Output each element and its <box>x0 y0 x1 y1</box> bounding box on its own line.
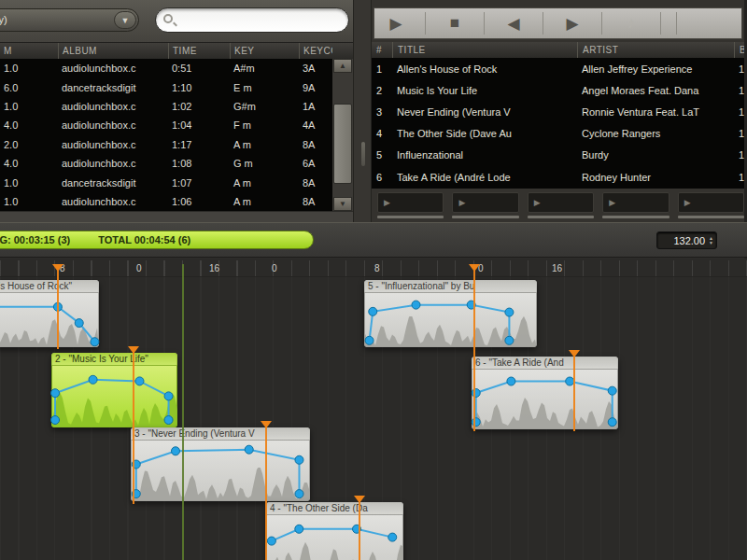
table-row[interactable]: 4.0audiolunchbox.c1:04F m4A <box>0 116 332 134</box>
table-row[interactable]: 6.0dancetracksdigit1:10E m9A <box>0 77 332 96</box>
play-icon[interactable]: ▶ <box>377 192 444 213</box>
toolbar-separator <box>601 12 602 35</box>
table-cell: G m <box>230 158 299 169</box>
ruler-tick-label: 16 <box>209 263 219 273</box>
library-scrollbar[interactable]: ▲ ▼ <box>332 59 353 211</box>
slot-underline <box>452 216 518 218</box>
scroll-up-icon[interactable]: ▲ <box>333 59 352 73</box>
table-cell: 1:04 <box>168 119 230 131</box>
table-cell: 1.0 <box>0 196 58 207</box>
table-cell: audiolunchbox.c <box>58 196 168 207</box>
table-row[interactable]: 1.0audiolunchbox.c1:06A m8A <box>0 192 332 211</box>
table-cell: 1:08 <box>168 158 230 169</box>
playlist-cell: 4 <box>372 128 392 139</box>
library-column-header[interactable]: ALBUM <box>58 43 168 59</box>
slot-underline <box>377 216 444 218</box>
table-row[interactable]: 4.0audiolunchbox.c1:08G m6A <box>0 154 332 173</box>
playlist-row[interactable]: 6Take A Ride (André LodeRodney Hunter1 <box>372 166 744 188</box>
table-cell: 1:10 <box>168 82 230 93</box>
table-row[interactable]: 1.0dancetracksdigit1:07A m8A <box>0 173 332 191</box>
playlist-row[interactable]: 2Music Is Your LifeAngel Moraes Feat. Da… <box>372 79 744 101</box>
table-cell: 4.0 <box>0 119 58 131</box>
play-icon[interactable]: ▶ <box>602 192 669 213</box>
track-block-5[interactable]: 5 - "Influenzational" by Bu <box>364 280 537 347</box>
table-row[interactable]: 2.0audiolunchbox.c1:17A m8A <box>0 135 332 154</box>
chevron-down-icon[interactable]: ▼ <box>114 11 136 29</box>
record-icon[interactable]: ♪ <box>610 14 653 33</box>
search-input[interactable] <box>180 10 341 30</box>
library-column-header[interactable]: TIME <box>168 43 230 59</box>
track-block-1[interactable]: 1 - "Allen's House of Rock" <box>0 280 99 347</box>
table-cell: E m <box>230 82 299 93</box>
play-icon[interactable]: ▶ <box>528 192 594 213</box>
table-cell: 1:17 <box>168 139 230 150</box>
table-cell: 1:06 <box>168 196 230 207</box>
waveform <box>472 396 618 429</box>
timeline-ruler[interactable]: 801608016 <box>0 260 747 277</box>
waveform <box>0 316 99 347</box>
track-block-body: 2 - "Music Is Your Life" <box>51 353 177 427</box>
scroll-down-icon[interactable]: ▼ <box>333 197 352 211</box>
preview-slot[interactable]: ▶ <box>678 192 744 220</box>
library-column-header[interactable]: M <box>0 43 58 59</box>
search-icon <box>163 14 173 23</box>
track-block-body: 3 - "Never Ending (Ventura V <box>131 427 310 501</box>
preview-slot[interactable]: ▶ <box>377 192 444 220</box>
preview-slot[interactable]: ▶ <box>528 192 594 220</box>
playlist-column-header[interactable]: B <box>734 42 744 58</box>
library-column-header[interactable]: KEY <box>230 43 299 59</box>
table-cell: 0:51 <box>168 63 230 74</box>
library-filter-value: (Entire Library) <box>0 14 7 25</box>
play-icon[interactable]: ▶ <box>452 192 518 213</box>
track-block-body: 4 - "The Other Side (Da <box>266 502 403 560</box>
table-cell: 4.0 <box>0 158 58 169</box>
bpm-spinner[interactable]: ▲▼ <box>709 236 713 245</box>
slot-underline <box>528 216 594 218</box>
table-cell: A#m <box>230 63 299 74</box>
panel-splitter[interactable] <box>353 0 372 222</box>
toolbar-separator <box>543 12 543 35</box>
track-block-title: 6 - "Take A Ride (And <box>472 357 618 370</box>
bpm-display[interactable]: 132.00 ▲▼ <box>656 231 717 249</box>
preview-slot[interactable]: ▶ <box>602 192 669 220</box>
playlist-column-header[interactable]: TITLE <box>392 42 577 58</box>
playlist-cell: 1 <box>372 63 392 75</box>
playlist-row[interactable]: 5InfluenzationalBurdy1 <box>372 145 744 166</box>
playlist-column-header[interactable]: ARTIST <box>577 42 734 58</box>
ruler-tick-label: 8 <box>374 263 380 273</box>
ruler-tick-label: 8 <box>60 263 65 273</box>
table-row[interactable]: 1.0audiolunchbox.c1:02G#m1A <box>0 97 332 116</box>
table-cell: 8A <box>299 139 332 150</box>
library-bottom-strip <box>0 211 353 222</box>
waveform <box>51 393 177 427</box>
preview-slot[interactable]: ▶ <box>452 192 518 220</box>
transport-toolbar: ▶■◀▶♪ <box>374 7 742 39</box>
play-icon[interactable]: ▶ <box>374 14 417 34</box>
track-block-2[interactable]: 2 - "Music Is Your Life" <box>51 353 177 427</box>
timeline: 801608016 1 - "Allen's House of Rock"5 -… <box>0 259 747 560</box>
toolbar-separator <box>660 12 661 35</box>
playlist-row[interactable]: 3Never Ending (Ventura VRonnie Ventura F… <box>372 101 744 122</box>
playlist-cell: Allen Jeffrey Experience <box>577 63 734 75</box>
table-cell: 3A <box>299 63 332 74</box>
previous-icon[interactable]: ◀ <box>492 14 535 34</box>
ruler-tick-label: 0 <box>478 263 484 273</box>
playlist-cell: Never Ending (Ventura V <box>392 106 577 118</box>
playlist-cell: Allen's House of Rock <box>392 63 577 75</box>
table-cell: audiolunchbox.c <box>58 158 168 169</box>
table-cell: F m <box>230 119 299 131</box>
playlist-column-header[interactable]: # <box>372 42 392 58</box>
playlist-cell: 1 <box>734 63 744 75</box>
table-row[interactable]: 1.0audiolunchbox.c0:51A#m3A <box>0 59 332 77</box>
track-block-6[interactable]: 6 - "Take A Ride (And <box>472 357 618 429</box>
scrollbar-thumb[interactable] <box>333 104 352 184</box>
next-icon[interactable]: ▶ <box>551 14 594 34</box>
playlist-row[interactable]: 4The Other Side (Dave AuCyclone Rangers1 <box>372 123 744 145</box>
play-icon[interactable]: ▶ <box>678 192 744 213</box>
playlist-cell: Cyclone Rangers <box>577 128 734 139</box>
playlist-row[interactable]: 1Allen's House of RockAllen Jeffrey Expe… <box>372 58 744 79</box>
stop-icon[interactable]: ■ <box>433 14 476 33</box>
library-column-header[interactable]: KEYCODE <box>299 43 332 59</box>
track-block-3[interactable]: 3 - "Never Ending (Ventura V <box>131 427 310 501</box>
track-block-4[interactable]: 4 - "The Other Side (Da <box>266 502 403 560</box>
